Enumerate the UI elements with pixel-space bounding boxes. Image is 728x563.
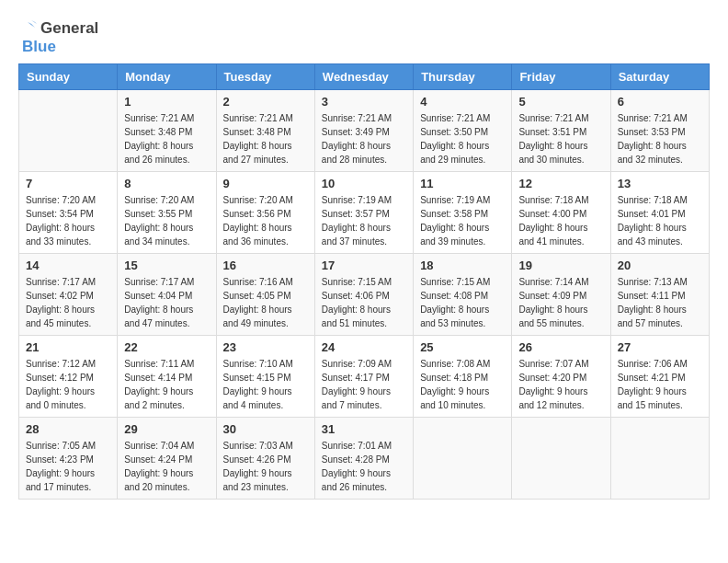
calendar-cell: 18Sunrise: 7:15 AM Sunset: 4:08 PM Dayli…: [414, 253, 512, 335]
header-tuesday: Tuesday: [216, 63, 314, 89]
day-number: 4: [420, 95, 505, 109]
day-info: Sunrise: 7:11 AM Sunset: 4:14 PM Dayligh…: [124, 357, 209, 412]
day-info: Sunrise: 7:09 AM Sunset: 4:17 PM Dayligh…: [322, 357, 406, 412]
calendar-cell: 30Sunrise: 7:03 AM Sunset: 4:26 PM Dayli…: [216, 417, 314, 499]
day-number: 22: [124, 340, 209, 354]
calendar-cell: 23Sunrise: 7:10 AM Sunset: 4:15 PM Dayli…: [216, 335, 314, 417]
header-thursday: Thursday: [414, 63, 512, 89]
day-info: Sunrise: 7:21 AM Sunset: 3:49 PM Dayligh…: [322, 111, 406, 167]
day-info: Sunrise: 7:13 AM Sunset: 4:11 PM Dayligh…: [618, 275, 702, 330]
calendar-cell: 29Sunrise: 7:04 AM Sunset: 4:24 PM Dayli…: [118, 417, 216, 499]
calendar-cell: 22Sunrise: 7:11 AM Sunset: 4:14 PM Dayli…: [118, 335, 216, 417]
day-info: Sunrise: 7:10 AM Sunset: 4:15 PM Dayligh…: [223, 357, 308, 412]
header-friday: Friday: [512, 63, 610, 89]
day-info: Sunrise: 7:07 AM Sunset: 4:20 PM Dayligh…: [518, 357, 603, 412]
calendar-cell: [414, 417, 512, 499]
day-info: Sunrise: 7:20 AM Sunset: 3:55 PM Dayligh…: [124, 193, 209, 248]
calendar-header-row: SundayMondayTuesdayWednesdayThursdayFrid…: [19, 63, 710, 89]
day-info: Sunrise: 7:19 AM Sunset: 3:58 PM Dayligh…: [420, 193, 505, 248]
logo-blue: Blue: [22, 39, 56, 56]
day-info: Sunrise: 7:12 AM Sunset: 4:12 PM Dayligh…: [26, 357, 110, 412]
day-info: Sunrise: 7:06 AM Sunset: 4:21 PM Dayligh…: [618, 357, 702, 412]
calendar-cell: 24Sunrise: 7:09 AM Sunset: 4:17 PM Dayli…: [314, 335, 413, 417]
calendar-cell: 2Sunrise: 7:21 AM Sunset: 3:48 PM Daylig…: [216, 89, 314, 171]
calendar-cell: 16Sunrise: 7:16 AM Sunset: 4:05 PM Dayli…: [216, 253, 314, 335]
calendar-cell: 14Sunrise: 7:17 AM Sunset: 4:02 PM Dayli…: [19, 253, 118, 335]
header-saturday: Saturday: [610, 63, 709, 89]
day-info: Sunrise: 7:03 AM Sunset: 4:26 PM Dayligh…: [223, 439, 308, 494]
calendar-cell: 26Sunrise: 7:07 AM Sunset: 4:20 PM Dayli…: [512, 335, 610, 417]
day-number: 12: [518, 177, 603, 190]
calendar-cell: 31Sunrise: 7:01 AM Sunset: 4:28 PM Dayli…: [314, 417, 413, 499]
day-number: 3: [322, 95, 406, 109]
calendar-cell: 25Sunrise: 7:08 AM Sunset: 4:18 PM Dayli…: [414, 335, 512, 417]
header-sunday: Sunday: [19, 63, 118, 89]
calendar-week-2: 7Sunrise: 7:20 AM Sunset: 3:54 PM Daylig…: [19, 171, 710, 253]
day-number: 10: [322, 177, 406, 190]
calendar-cell: 21Sunrise: 7:12 AM Sunset: 4:12 PM Dayli…: [19, 335, 118, 417]
day-number: 28: [26, 422, 110, 436]
day-info: Sunrise: 7:19 AM Sunset: 3:57 PM Dayligh…: [322, 193, 406, 248]
day-info: Sunrise: 7:21 AM Sunset: 3:50 PM Dayligh…: [420, 111, 505, 167]
day-number: 24: [322, 340, 406, 354]
calendar-cell: 27Sunrise: 7:06 AM Sunset: 4:21 PM Dayli…: [610, 335, 709, 417]
day-info: Sunrise: 7:20 AM Sunset: 3:56 PM Dayligh…: [223, 193, 308, 248]
day-number: 8: [124, 177, 209, 190]
calendar-cell: 17Sunrise: 7:15 AM Sunset: 4:06 PM Dayli…: [314, 253, 413, 335]
day-number: 7: [26, 177, 110, 190]
calendar-cell: 19Sunrise: 7:14 AM Sunset: 4:09 PM Dayli…: [512, 253, 610, 335]
calendar-week-5: 28Sunrise: 7:05 AM Sunset: 4:23 PM Dayli…: [19, 417, 710, 499]
day-info: Sunrise: 7:17 AM Sunset: 4:04 PM Dayligh…: [124, 275, 209, 330]
day-info: Sunrise: 7:20 AM Sunset: 3:54 PM Dayligh…: [26, 193, 110, 248]
calendar-cell: [610, 417, 709, 499]
calendar-cell: 1Sunrise: 7:21 AM Sunset: 3:48 PM Daylig…: [118, 89, 216, 171]
svg-marker-0: [28, 22, 35, 28]
calendar-cell: 13Sunrise: 7:18 AM Sunset: 4:01 PM Dayli…: [610, 171, 709, 253]
day-info: Sunrise: 7:01 AM Sunset: 4:28 PM Dayligh…: [322, 439, 406, 494]
calendar-cell: [512, 417, 610, 499]
day-number: 14: [26, 259, 110, 272]
day-info: Sunrise: 7:21 AM Sunset: 3:53 PM Dayligh…: [618, 111, 702, 167]
calendar-cell: 3Sunrise: 7:21 AM Sunset: 3:49 PM Daylig…: [314, 89, 413, 171]
day-info: Sunrise: 7:05 AM Sunset: 4:23 PM Dayligh…: [26, 439, 110, 494]
day-info: Sunrise: 7:21 AM Sunset: 3:48 PM Dayligh…: [223, 111, 308, 167]
day-info: Sunrise: 7:08 AM Sunset: 4:18 PM Dayligh…: [420, 357, 505, 412]
logo-bird-icon: [18, 18, 39, 39]
day-number: 29: [124, 422, 209, 436]
calendar-cell: 6Sunrise: 7:21 AM Sunset: 3:53 PM Daylig…: [610, 89, 709, 171]
day-number: 13: [618, 177, 702, 190]
day-number: 23: [223, 340, 308, 354]
day-number: 9: [223, 177, 308, 190]
calendar-cell: 4Sunrise: 7:21 AM Sunset: 3:50 PM Daylig…: [414, 89, 512, 171]
header-monday: Monday: [118, 63, 216, 89]
day-number: 25: [420, 340, 505, 354]
day-number: 16: [223, 259, 308, 272]
day-number: 30: [223, 422, 308, 436]
logo: General Blue: [18, 18, 98, 56]
day-info: Sunrise: 7:18 AM Sunset: 4:00 PM Dayligh…: [518, 193, 603, 248]
calendar-cell: 28Sunrise: 7:05 AM Sunset: 4:23 PM Dayli…: [19, 417, 118, 499]
calendar-week-1: 1Sunrise: 7:21 AM Sunset: 3:48 PM Daylig…: [19, 89, 710, 171]
day-info: Sunrise: 7:15 AM Sunset: 4:08 PM Dayligh…: [420, 275, 505, 330]
calendar-cell: 9Sunrise: 7:20 AM Sunset: 3:56 PM Daylig…: [216, 171, 314, 253]
day-info: Sunrise: 7:21 AM Sunset: 3:51 PM Dayligh…: [518, 111, 603, 167]
calendar-cell: 20Sunrise: 7:13 AM Sunset: 4:11 PM Dayli…: [610, 253, 709, 335]
calendar-week-4: 21Sunrise: 7:12 AM Sunset: 4:12 PM Dayli…: [19, 335, 710, 417]
day-number: 19: [518, 259, 603, 272]
calendar-table: SundayMondayTuesdayWednesdayThursdayFrid…: [18, 63, 710, 500]
day-number: 6: [618, 95, 702, 109]
day-number: 2: [223, 95, 308, 109]
day-info: Sunrise: 7:21 AM Sunset: 3:48 PM Dayligh…: [124, 111, 209, 167]
day-info: Sunrise: 7:14 AM Sunset: 4:09 PM Dayligh…: [518, 275, 603, 330]
calendar-cell: 7Sunrise: 7:20 AM Sunset: 3:54 PM Daylig…: [19, 171, 118, 253]
calendar-cell: 10Sunrise: 7:19 AM Sunset: 3:57 PM Dayli…: [314, 171, 413, 253]
calendar-week-3: 14Sunrise: 7:17 AM Sunset: 4:02 PM Dayli…: [19, 253, 710, 335]
day-number: 15: [124, 259, 209, 272]
calendar-cell: 5Sunrise: 7:21 AM Sunset: 3:51 PM Daylig…: [512, 89, 610, 171]
calendar-cell: [19, 89, 118, 171]
day-number: 26: [518, 340, 603, 354]
day-info: Sunrise: 7:16 AM Sunset: 4:05 PM Dayligh…: [223, 275, 308, 330]
day-number: 18: [420, 259, 505, 272]
day-number: 11: [420, 177, 505, 190]
day-info: Sunrise: 7:18 AM Sunset: 4:01 PM Dayligh…: [618, 193, 702, 248]
